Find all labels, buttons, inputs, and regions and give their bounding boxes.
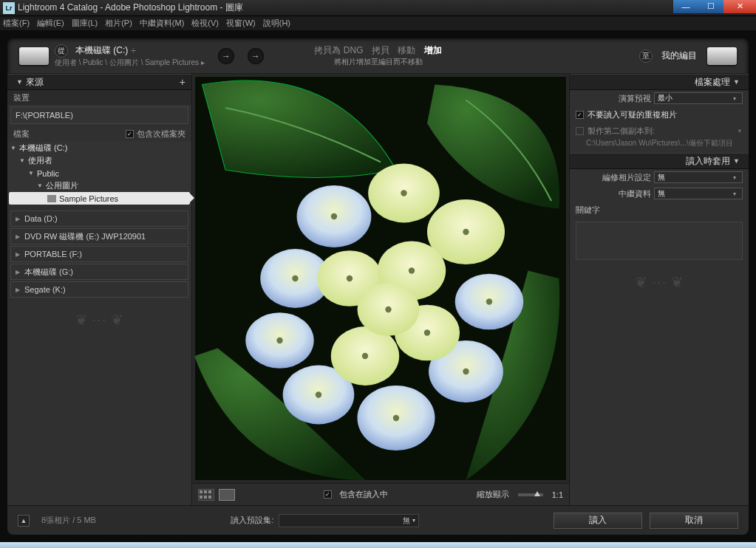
develop-settings-label: 編修相片設定: [602, 172, 651, 183]
second-copy-toggle[interactable]: 製作第二個副本到: ▼: [570, 123, 749, 137]
loupe-view-button[interactable]: [219, 489, 235, 501]
folder-icon: [47, 195, 56, 202]
svg-point-26: [424, 329, 430, 335]
action-add[interactable]: 增加: [424, 45, 442, 55]
window-title: Lightroom 4 Catalog - Adobe Photoshop Li…: [18, 1, 673, 14]
menu-help[interactable]: 說明(H): [263, 18, 290, 29]
preview-toolbar: ✓ 包含在讀入中 縮放顯示 1:1: [192, 483, 569, 505]
source-panel-header[interactable]: ▼ 來源 +: [7, 74, 191, 90]
arrow-right-icon[interactable]: →: [218, 48, 234, 64]
second-copy-label: 製作第二個副本到:: [588, 126, 655, 137]
import-button[interactable]: 讀入: [554, 513, 642, 529]
menu-metadata[interactable]: 中繼資料(M): [140, 18, 185, 29]
drive-item-d[interactable]: ▶Data (D:): [10, 210, 188, 227]
preview-area[interactable]: [192, 74, 569, 483]
devices-label: 裝置: [7, 90, 191, 105]
thumb-zoom-slider[interactable]: [518, 493, 543, 496]
render-preview-label: 演算預視: [619, 93, 651, 104]
render-preview-select[interactable]: 最小▾: [654, 92, 743, 104]
menu-edit[interactable]: 編輯(E): [37, 18, 64, 29]
action-move[interactable]: 移動: [398, 45, 415, 55]
to-badge: 至: [639, 49, 653, 63]
import-preset-select[interactable]: 無 ▾: [279, 514, 419, 527]
cancel-button[interactable]: 取消: [650, 513, 738, 529]
source-title[interactable]: 本機磁碟 (C:): [75, 44, 128, 57]
menu-view[interactable]: 檢視(V): [191, 18, 219, 29]
import-footer: ▲ 8張相片 / 5 MB 讀入預設集: 無 ▾ 讀入 取消: [7, 505, 749, 535]
include-in-import-label[interactable]: 包含在讀入中: [339, 489, 388, 500]
checkbox-icon: [576, 127, 584, 135]
files-label: 檔案: [13, 129, 30, 140]
apply-during-import-title: 讀入時套用: [686, 155, 730, 168]
expand-button[interactable]: ▲: [18, 515, 30, 527]
svg-point-25: [409, 267, 415, 273]
tree-root-drive[interactable]: ▼本機磁碟 (C:): [7, 142, 191, 154]
tree-public-pictures[interactable]: ▼公用圖片: [7, 179, 191, 192]
svg-point-24: [347, 275, 353, 281]
svg-point-22: [316, 391, 321, 397]
source-path: 使用者 \ Public \ 公用圖片 \ Sample Pictures ▸: [55, 58, 205, 68]
checkbox-icon[interactable]: ✓: [324, 490, 332, 499]
file-handling-header[interactable]: 檔案處理 ▼: [570, 74, 749, 90]
dest-drive-icon: [707, 47, 737, 65]
svg-point-23: [276, 338, 282, 343]
chevron-down-icon: ▼: [737, 128, 743, 134]
preview-image: [195, 77, 566, 480]
file-handling-title: 檔案處理: [695, 76, 730, 89]
arrow-right-icon-2[interactable]: →: [248, 48, 264, 64]
window-maximize-button[interactable]: ☐: [698, 0, 723, 13]
chevron-down-icon: ▼: [16, 78, 23, 86]
drive-item-e[interactable]: ▶DVD RW 磁碟機 (E:) JWP120901: [10, 228, 188, 244]
action-copy[interactable]: 拷貝: [372, 45, 389, 55]
ratio-label[interactable]: 1:1: [552, 490, 563, 499]
tree-public[interactable]: ▼Public: [7, 167, 191, 179]
menu-window[interactable]: 視窗(W): [226, 18, 256, 29]
menu-file[interactable]: 檔案(F): [3, 18, 30, 29]
keywords-label: 關鍵字: [570, 202, 749, 219]
drive-item-f[interactable]: ▶PORTABLE (F:): [10, 246, 188, 262]
dest-title[interactable]: 我的編目: [661, 49, 697, 62]
svg-point-15: [292, 275, 298, 281]
taskbar: [0, 542, 756, 548]
device-item[interactable]: F:\(PORTABLE): [10, 106, 188, 124]
svg-point-20: [463, 369, 469, 374]
import-preset-label: 讀入預設集:: [231, 515, 273, 526]
metadata-select[interactable]: 無▾: [654, 188, 743, 199]
svg-point-27: [362, 353, 368, 359]
window-close-button[interactable]: ✕: [723, 0, 756, 13]
menu-library[interactable]: 圖庫(L): [72, 18, 98, 29]
svg-point-28: [385, 306, 391, 312]
include-subfolders-toggle[interactable]: ✓ 包含次檔案夾: [126, 129, 185, 140]
from-badge: 從: [55, 44, 68, 58]
source-drive-icon: [19, 47, 49, 65]
include-subfolders-label: 包含次檔案夾: [137, 129, 185, 140]
app-icon: Lr: [3, 2, 15, 14]
no-duplicates-toggle[interactable]: ✓ 不要讀入可疑的重複相片: [570, 106, 749, 123]
apply-during-import-header[interactable]: 讀入時套用 ▼: [570, 153, 749, 169]
window-titlebar: Lr Lightroom 4 Catalog - Adobe Photoshop…: [0, 0, 756, 16]
source-dropdown-icon[interactable]: ÷: [131, 46, 136, 56]
tree-users[interactable]: ▼使用者: [7, 154, 191, 167]
svg-point-18: [463, 229, 469, 235]
drive-item-k[interactable]: ▶Segate (K:): [10, 281, 188, 298]
grid-view-button[interactable]: [198, 489, 214, 501]
second-copy-path: C:\Users\Jason Wu\Pictures\...\備份下載項目: [570, 137, 749, 153]
chevron-down-icon: ▼: [733, 78, 740, 86]
svg-point-16: [331, 213, 337, 219]
import-header: 從 本機磁碟 (C:) ÷ 使用者 \ Public \ 公用圖片 \ Samp…: [7, 38, 749, 74]
window-minimize-button[interactable]: ―: [673, 0, 698, 13]
svg-point-19: [486, 298, 492, 304]
action-copy-dng[interactable]: 拷貝為 DNG: [314, 45, 363, 55]
ornament-icon: ❦ ⋯ ❦: [7, 305, 191, 335]
chevron-down-icon: ▼: [733, 157, 740, 165]
checkbox-icon: ✓: [576, 111, 584, 119]
add-source-button[interactable]: +: [180, 76, 185, 88]
status-text: 8張相片 / 5 MB: [41, 515, 96, 526]
no-duplicates-label: 不要讀入可疑的重複相片: [588, 109, 677, 120]
keywords-input[interactable]: [576, 222, 743, 260]
menu-photo[interactable]: 相片(P): [105, 18, 132, 29]
develop-settings-select[interactable]: 無▾: [654, 171, 743, 183]
tree-sample-pictures[interactable]: Sample Pictures: [9, 192, 190, 205]
drive-item-g[interactable]: ▶本機磁碟 (G:): [10, 264, 188, 280]
thumb-zoom-label: 縮放顯示: [477, 489, 509, 500]
